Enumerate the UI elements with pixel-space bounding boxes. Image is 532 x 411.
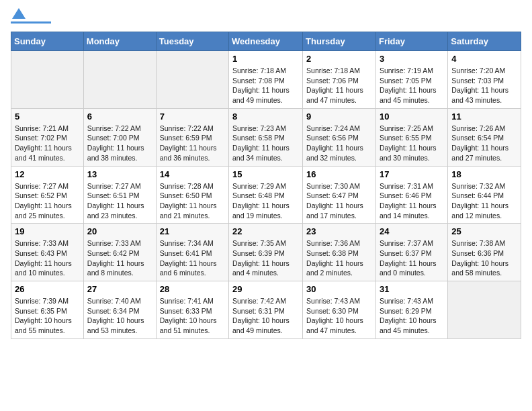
- calendar-cell: 9Sunrise: 7:24 AM Sunset: 6:56 PM Daylig…: [303, 108, 376, 166]
- day-number: 18: [451, 169, 517, 179]
- day-info: Sunrise: 7:18 AM Sunset: 7:08 PM Dayligh…: [232, 66, 299, 105]
- day-info: Sunrise: 7:36 AM Sunset: 6:38 PM Dayligh…: [306, 238, 372, 278]
- calendar-week-row: 19Sunrise: 7:33 AM Sunset: 6:43 PM Dayli…: [11, 224, 521, 281]
- calendar-cell: 11Sunrise: 7:26 AM Sunset: 6:54 PM Dayli…: [448, 108, 521, 166]
- day-info: Sunrise: 7:33 AM Sunset: 6:42 PM Dayligh…: [87, 238, 152, 278]
- weekday-header: Saturday: [448, 32, 521, 51]
- calendar-cell: 2Sunrise: 7:18 AM Sunset: 7:06 PM Daylig…: [303, 51, 376, 109]
- day-number: 20: [87, 226, 152, 236]
- calendar-cell: 24Sunrise: 7:37 AM Sunset: 6:37 PM Dayli…: [375, 224, 447, 281]
- day-number: 5: [15, 111, 80, 122]
- weekday-header: Sunday: [11, 32, 84, 51]
- day-number: 14: [160, 169, 225, 179]
- day-info: Sunrise: 7:35 AM Sunset: 6:39 PM Dayligh…: [232, 238, 299, 278]
- day-info: Sunrise: 7:22 AM Sunset: 7:00 PM Dayligh…: [87, 124, 152, 163]
- day-number: 9: [306, 111, 372, 122]
- calendar-cell: 1Sunrise: 7:18 AM Sunset: 7:08 PM Daylig…: [229, 51, 303, 109]
- day-info: Sunrise: 7:34 AM Sunset: 6:41 PM Dayligh…: [160, 238, 225, 278]
- day-number: 6: [87, 111, 152, 122]
- day-info: Sunrise: 7:20 AM Sunset: 7:03 PM Dayligh…: [451, 66, 517, 105]
- day-info: Sunrise: 7:43 AM Sunset: 6:29 PM Dayligh…: [380, 296, 444, 336]
- calendar-table: SundayMondayTuesdayWednesdayThursdayFrid…: [11, 32, 521, 339]
- calendar-cell: 16Sunrise: 7:30 AM Sunset: 6:47 PM Dayli…: [303, 166, 376, 224]
- day-info: Sunrise: 7:22 AM Sunset: 6:59 PM Dayligh…: [160, 124, 225, 163]
- day-info: Sunrise: 7:26 AM Sunset: 6:54 PM Dayligh…: [451, 124, 517, 163]
- day-number: 15: [232, 169, 299, 179]
- calendar-cell: 18Sunrise: 7:32 AM Sunset: 6:44 PM Dayli…: [448, 166, 521, 224]
- calendar-week-row: 26Sunrise: 7:39 AM Sunset: 6:35 PM Dayli…: [11, 281, 521, 339]
- svg-marker-0: [12, 8, 26, 19]
- calendar-cell: 14Sunrise: 7:28 AM Sunset: 6:50 PM Dayli…: [156, 166, 228, 224]
- day-info: Sunrise: 7:40 AM Sunset: 6:34 PM Dayligh…: [87, 296, 152, 336]
- calendar-cell: 22Sunrise: 7:35 AM Sunset: 6:39 PM Dayli…: [229, 224, 303, 281]
- day-number: 4: [451, 54, 517, 64]
- logo-underline: [11, 21, 51, 24]
- day-number: 27: [87, 284, 152, 294]
- day-number: 28: [160, 284, 225, 294]
- calendar-cell: 4Sunrise: 7:20 AM Sunset: 7:03 PM Daylig…: [448, 51, 521, 109]
- logo: [11, 11, 51, 24]
- day-number: 3: [380, 54, 444, 64]
- calendar-cell: 29Sunrise: 7:42 AM Sunset: 6:31 PM Dayli…: [229, 281, 303, 339]
- weekday-header: Friday: [375, 32, 447, 51]
- day-info: Sunrise: 7:42 AM Sunset: 6:31 PM Dayligh…: [232, 296, 299, 336]
- day-number: 2: [306, 54, 372, 64]
- weekday-header: Thursday: [303, 32, 376, 51]
- day-info: Sunrise: 7:18 AM Sunset: 7:06 PM Dayligh…: [306, 66, 372, 105]
- day-number: 7: [160, 111, 225, 122]
- calendar-cell: [448, 281, 521, 339]
- day-info: Sunrise: 7:41 AM Sunset: 6:33 PM Dayligh…: [160, 296, 225, 336]
- calendar-cell: [11, 51, 84, 109]
- day-number: 22: [232, 226, 299, 236]
- calendar-cell: 6Sunrise: 7:22 AM Sunset: 7:00 PM Daylig…: [83, 108, 156, 166]
- day-info: Sunrise: 7:19 AM Sunset: 7:05 PM Dayligh…: [380, 66, 444, 105]
- calendar-cell: 20Sunrise: 7:33 AM Sunset: 6:42 PM Dayli…: [83, 224, 156, 281]
- calendar-cell: 15Sunrise: 7:29 AM Sunset: 6:48 PM Dayli…: [229, 166, 303, 224]
- day-number: 10: [380, 111, 444, 122]
- calendar-week-row: 1Sunrise: 7:18 AM Sunset: 7:08 PM Daylig…: [11, 51, 521, 109]
- day-info: Sunrise: 7:43 AM Sunset: 6:30 PM Dayligh…: [306, 296, 372, 336]
- day-number: 8: [232, 111, 299, 122]
- day-info: Sunrise: 7:23 AM Sunset: 6:58 PM Dayligh…: [232, 124, 299, 163]
- calendar-cell: 23Sunrise: 7:36 AM Sunset: 6:38 PM Dayli…: [303, 224, 376, 281]
- calendar-cell: 10Sunrise: 7:25 AM Sunset: 6:55 PM Dayli…: [375, 108, 447, 166]
- day-number: 24: [380, 226, 444, 236]
- calendar-cell: 25Sunrise: 7:38 AM Sunset: 6:36 PM Dayli…: [448, 224, 521, 281]
- calendar-cell: 13Sunrise: 7:27 AM Sunset: 6:51 PM Dayli…: [83, 166, 156, 224]
- calendar-cell: 7Sunrise: 7:22 AM Sunset: 6:59 PM Daylig…: [156, 108, 228, 166]
- calendar-cell: [156, 51, 228, 109]
- calendar-cell: 12Sunrise: 7:27 AM Sunset: 6:52 PM Dayli…: [11, 166, 84, 224]
- day-info: Sunrise: 7:31 AM Sunset: 6:46 PM Dayligh…: [380, 181, 444, 221]
- weekday-header: Wednesday: [229, 32, 303, 51]
- day-info: Sunrise: 7:32 AM Sunset: 6:44 PM Dayligh…: [451, 181, 517, 221]
- day-number: 13: [87, 169, 152, 179]
- calendar-week-row: 5Sunrise: 7:21 AM Sunset: 7:02 PM Daylig…: [11, 108, 521, 166]
- weekday-header: Tuesday: [156, 32, 228, 51]
- day-info: Sunrise: 7:38 AM Sunset: 6:36 PM Dayligh…: [451, 238, 517, 278]
- day-info: Sunrise: 7:27 AM Sunset: 6:51 PM Dayligh…: [87, 181, 152, 221]
- calendar-cell: 3Sunrise: 7:19 AM Sunset: 7:05 PM Daylig…: [375, 51, 447, 109]
- day-number: 29: [232, 284, 299, 294]
- calendar-cell: 27Sunrise: 7:40 AM Sunset: 6:34 PM Dayli…: [83, 281, 156, 339]
- day-number: 31: [380, 284, 444, 294]
- day-number: 30: [306, 284, 372, 294]
- calendar-cell: 30Sunrise: 7:43 AM Sunset: 6:30 PM Dayli…: [303, 281, 376, 339]
- day-number: 25: [451, 226, 517, 236]
- day-info: Sunrise: 7:39 AM Sunset: 6:35 PM Dayligh…: [15, 296, 80, 336]
- page-header: [11, 11, 521, 24]
- calendar-cell: 17Sunrise: 7:31 AM Sunset: 6:46 PM Dayli…: [375, 166, 447, 224]
- day-info: Sunrise: 7:37 AM Sunset: 6:37 PM Dayligh…: [380, 238, 444, 278]
- day-number: 26: [15, 284, 80, 294]
- calendar-cell: 5Sunrise: 7:21 AM Sunset: 7:02 PM Daylig…: [11, 108, 84, 166]
- day-number: 19: [15, 226, 80, 236]
- calendar-cell: [83, 51, 156, 109]
- calendar-week-row: 12Sunrise: 7:27 AM Sunset: 6:52 PM Dayli…: [11, 166, 521, 224]
- day-info: Sunrise: 7:25 AM Sunset: 6:55 PM Dayligh…: [380, 124, 444, 163]
- day-info: Sunrise: 7:21 AM Sunset: 7:02 PM Dayligh…: [15, 124, 80, 163]
- calendar-cell: 26Sunrise: 7:39 AM Sunset: 6:35 PM Dayli…: [11, 281, 84, 339]
- weekday-header: Monday: [83, 32, 156, 51]
- day-info: Sunrise: 7:30 AM Sunset: 6:47 PM Dayligh…: [306, 181, 372, 221]
- calendar-cell: 21Sunrise: 7:34 AM Sunset: 6:41 PM Dayli…: [156, 224, 228, 281]
- day-number: 23: [306, 226, 372, 236]
- day-info: Sunrise: 7:29 AM Sunset: 6:48 PM Dayligh…: [232, 181, 299, 221]
